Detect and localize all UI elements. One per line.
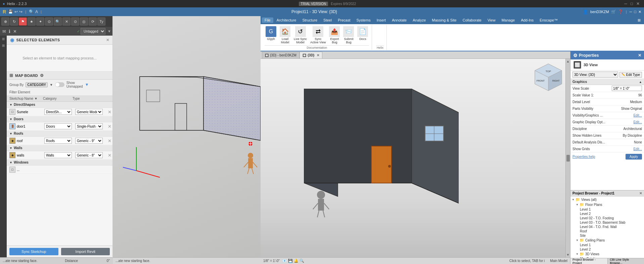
helix-btn-12[interactable]: Ty <box>97 17 105 26</box>
menu-steel[interactable]: Steel <box>321 17 334 23</box>
helix-btn-6[interactable]: ⊙ <box>45 17 53 26</box>
revit-3d-canvas[interactable]: TOP RIGHT FRONT <box>261 59 570 257</box>
view-selector-dropdown[interactable]: 3D View: {3D} <box>572 72 618 78</box>
menu-systems[interactable]: Systems <box>354 17 373 23</box>
item-door1-type[interactable]: Single-Flush - 36' <box>75 123 103 129</box>
close-button[interactable]: ✕ <box>635 1 641 6</box>
list-item[interactable]: ▼ 📁 Ceiling Plans <box>570 238 644 243</box>
strip-icon-1[interactable]: ⊞ <box>2 38 5 40</box>
list-item[interactable]: Level 04 - T.O. Fnd. Wall <box>570 225 644 229</box>
revit-redo-icon[interactable]: ↪ <box>19 9 22 14</box>
group-directshapes-header[interactable]: ▼ DirectShapes <box>7 102 112 108</box>
group-windows-header[interactable]: ▼ Windows <box>7 160 112 166</box>
item-walls-type[interactable]: Generic - 8" <box>75 152 103 158</box>
ribbon-btn-load-model[interactable]: 🏠 LoadModel <box>279 26 291 45</box>
ribbon-btn-live-sync[interactable]: ↺ Live SyncModel <box>293 26 308 45</box>
properties-help-link[interactable]: Properties help <box>572 155 595 159</box>
list-item[interactable]: Level 1 <box>570 243 644 247</box>
menu-file[interactable]: File <box>262 17 273 23</box>
helix-btn-8[interactable]: ✕ <box>62 17 71 26</box>
close-panel-icon[interactable]: ✕ <box>106 38 109 42</box>
menu-addins[interactable]: Add-Ins <box>518 17 536 23</box>
revit-undo-icon[interactable]: ↩ <box>14 9 18 14</box>
item-door1-category[interactable]: Doors <box>44 123 72 129</box>
helix-btn-3[interactable]: ⚑ <box>19 17 27 26</box>
filter-label[interactable]: Filter Element <box>9 90 30 94</box>
visibility-edit-btn[interactable]: Edit... <box>633 114 642 117</box>
menu-collaborate[interactable]: Collaborate <box>460 17 484 23</box>
revit-minimize-btn[interactable]: ─ <box>630 10 632 14</box>
ribbon-btn-sync-view[interactable]: ⇄ SyncActive View <box>309 26 327 45</box>
scroll-up-btn[interactable]: ▲ <box>566 59 570 64</box>
ribbon-btn-docs[interactable]: 📄 Docs <box>356 26 369 41</box>
list-item[interactable]: ▼ 📁 Views (all) <box>570 197 644 202</box>
list-item[interactable]: Level 1 <box>570 207 644 212</box>
revit-help-icon[interactable]: ❓ <box>618 9 623 14</box>
revit-cart-icon[interactable]: 🛒 <box>611 9 616 14</box>
project-browser-tab[interactable]: Project Browser - Project <box>570 258 608 264</box>
menu-precast[interactable]: Precast <box>335 17 353 23</box>
view-tab-3d-ben[interactable]: 🔲 {3D} - benD3KZM <box>262 52 300 58</box>
untagged-select[interactable]: Untagged <box>81 28 105 35</box>
helix-btn-1[interactable]: ⊕ <box>1 17 9 26</box>
scroll-thumb[interactable] <box>566 155 570 162</box>
list-item[interactable]: Level 2 <box>570 247 644 252</box>
helix-btn-9[interactable]: ⊙ <box>71 17 79 26</box>
revit-text-icon[interactable]: A <box>35 9 38 14</box>
restore-button[interactable]: □ <box>629 1 635 6</box>
minimize-button[interactable]: ─ <box>623 1 629 6</box>
helix-btn-5[interactable]: ✦ <box>36 17 44 26</box>
helix-info-icon[interactable]: ℹ <box>8 29 11 34</box>
graphic-display-edit-btn[interactable]: Edit... <box>633 120 642 124</box>
col-sketchup-name[interactable]: Sketchup Name ▼ <box>9 97 43 100</box>
show-grids-edit-btn[interactable]: Edit... <box>633 147 642 151</box>
item-sumele-category[interactable]: DirectSh... <box>44 109 72 115</box>
list-item[interactable]: ▼ 📁 3D Views <box>570 252 644 257</box>
helix-email-icon[interactable]: ✉ <box>1 29 7 34</box>
menu-enscape[interactable]: Enscape™ <box>537 17 560 23</box>
item-roof-category[interactable]: Roofs <box>44 138 72 144</box>
sync-sketchup-button[interactable]: Sync Sketchup <box>9 248 58 255</box>
project-browser-close-btn[interactable]: ✕ <box>639 191 642 195</box>
group-doors-header[interactable]: ▼ Doors <box>7 116 112 122</box>
group-roofs-header[interactable]: ▼ Roofs <box>7 131 112 137</box>
revit-close-btn[interactable]: ✕ <box>638 10 641 14</box>
list-item[interactable]: Level 03 - T.O. Basement Slab <box>570 220 644 225</box>
list-item[interactable]: ▼ 📁 Floor Plans <box>570 202 644 207</box>
menu-annotate[interactable]: Annotate <box>389 17 409 23</box>
edit-type-button[interactable]: ✏️ Edit Type <box>619 72 642 78</box>
scroll-down-btn[interactable]: ▼ <box>566 252 570 257</box>
view-tab-3d[interactable]: 🔲 {3D} ✕ <box>300 52 322 58</box>
group-walls-header[interactable]: ▼ Walls <box>7 145 112 151</box>
ribbon-btn-submit[interactable]: 📨 SubmitBug <box>342 26 355 45</box>
strip-icon-2[interactable]: ⊞ <box>2 44 5 47</box>
view-cube[interactable]: TOP RIGHT FRONT <box>533 62 563 92</box>
project-browser-header[interactable]: Project Browser - Project1 ✕ <box>570 190 644 196</box>
helix-close-icon[interactable]: ✕ <box>12 29 18 34</box>
properties-close-btn[interactable]: ✕ <box>638 53 641 58</box>
menu-massing[interactable]: Massing & Site <box>429 17 459 23</box>
list-item[interactable]: Site <box>570 233 644 238</box>
remove-sumele-btn[interactable]: ✕ <box>106 109 112 115</box>
list-item[interactable]: Level 2 <box>570 212 644 216</box>
helix-btn-10[interactable]: ◎ <box>80 17 88 26</box>
revit-restore-btn[interactable]: □ <box>634 10 636 14</box>
item-roof-type[interactable]: Generic - 9" <box>75 138 103 144</box>
helix-btn-2[interactable]: ↻ <box>10 17 18 26</box>
menu-insert[interactable]: Insert <box>374 17 389 23</box>
revit-search-icon[interactable]: 🔍 <box>29 9 34 14</box>
helix-btn-11[interactable]: ⟳ <box>89 17 97 26</box>
sketchup-canvas[interactable] <box>113 16 261 257</box>
apply-button[interactable]: Apply <box>626 154 642 160</box>
remove-walls-btn[interactable]: ✕ <box>106 153 112 158</box>
menu-view[interactable]: View <box>485 17 498 23</box>
revit-save-icon[interactable]: 💾 <box>8 9 13 14</box>
remove-door1-btn[interactable]: ✕ <box>106 124 112 129</box>
item-sumele-type[interactable]: Generic Model <box>75 109 103 115</box>
cbi-tab[interactable]: CBI Line Style Browse... <box>608 257 644 264</box>
toggle-switch[interactable] <box>55 82 64 87</box>
view-scale-input[interactable] <box>612 86 642 91</box>
list-item[interactable]: Level 02 - T.O. Footing <box>570 216 644 220</box>
graphics-collapse-icon[interactable]: ▲ <box>639 80 642 84</box>
ribbon-btn-export[interactable]: 📤 ExportBug <box>328 26 341 45</box>
